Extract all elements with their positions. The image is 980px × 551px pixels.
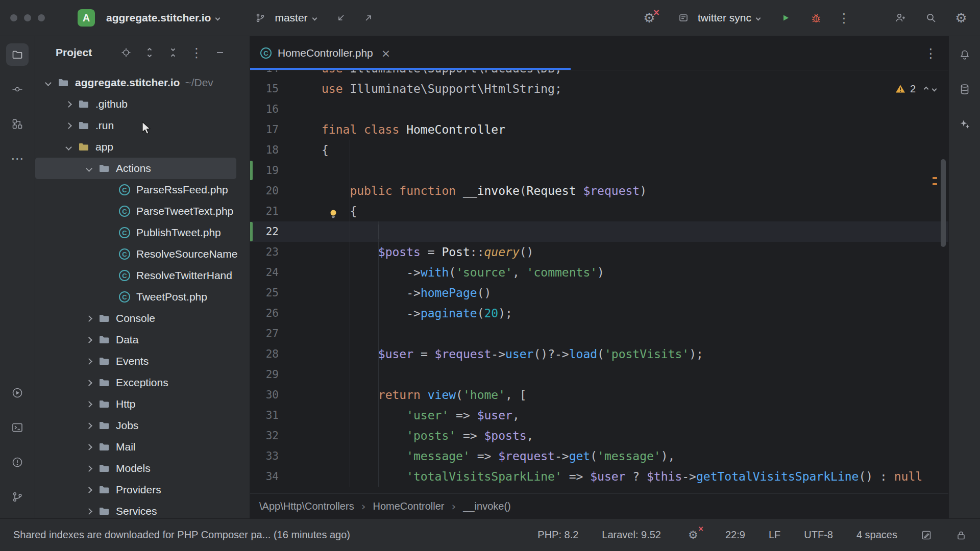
code-text[interactable]: ->with('source', 'comments') <box>322 262 948 283</box>
tree-item-events[interactable]: Events <box>35 350 250 372</box>
code-line-22[interactable]: 22 <box>250 221 948 242</box>
chevron-right-icon[interactable] <box>81 509 96 514</box>
push-commits-icon[interactable] <box>359 9 378 27</box>
gutter[interactable]: 26 <box>250 303 322 323</box>
debug-button[interactable] <box>807 9 825 27</box>
commit-tool-button[interactable] <box>6 78 29 101</box>
code-line-18[interactable]: 18{ <box>250 140 948 160</box>
prev-warning-icon[interactable] <box>924 86 929 91</box>
breadcrumb-item[interactable]: HomeController <box>373 500 444 512</box>
inspection-widget[interactable]: 2 <box>895 79 936 99</box>
hide-panel-icon[interactable] <box>211 43 229 62</box>
version-control-tool-button[interactable] <box>6 486 29 508</box>
tree-item-data[interactable]: Data <box>35 329 250 350</box>
gutter[interactable]: 31 <box>250 405 322 425</box>
code-line-24[interactable]: 24 ->with('source', 'comments') <box>250 262 948 283</box>
run-tool-button[interactable] <box>6 382 29 404</box>
file-encoding[interactable]: UTF-8 <box>804 529 833 541</box>
code-text[interactable]: 'totalVisitsSparkLine' => $user ? $this-… <box>322 466 948 487</box>
gutter[interactable]: 21 <box>250 201 322 221</box>
chevron-down-icon[interactable] <box>81 166 96 171</box>
code-text[interactable]: return view('home', [ <box>322 385 948 405</box>
code-text[interactable]: { <box>322 140 948 160</box>
window-minimize-button[interactable] <box>24 14 31 21</box>
gutter[interactable]: 34 <box>250 466 322 487</box>
code-line-17[interactable]: 17final class HomeController <box>250 119 948 140</box>
tree-item-http[interactable]: Http <box>35 393 250 415</box>
chevron-right-icon[interactable] <box>81 466 96 471</box>
tree-item-services[interactable]: Services <box>35 500 250 518</box>
expand-all-icon[interactable] <box>140 43 159 62</box>
indent-style[interactable]: 4 spaces <box>856 529 897 541</box>
code-text[interactable] <box>322 221 948 242</box>
readonly-lock-icon[interactable] <box>955 530 967 541</box>
code-line-26[interactable]: 26 ->paginate(20); <box>250 303 948 323</box>
tree-item-resolvetwitterhand[interactable]: CResolveTwitterHand <box>35 265 250 286</box>
gutter[interactable]: 27 <box>250 323 322 344</box>
tab-homecontroller[interactable]: C HomeController.php × <box>250 36 401 70</box>
gutter[interactable]: 17 <box>250 119 322 140</box>
gutter[interactable]: 33 <box>250 446 322 466</box>
chevron-right-icon[interactable] <box>81 316 96 321</box>
run-button[interactable] <box>776 9 795 27</box>
code-text[interactable]: $user = $request->user()?->load('postVis… <box>322 344 948 364</box>
window-close-button[interactable] <box>10 14 17 21</box>
php-version[interactable]: PHP: 8.2 <box>537 529 578 541</box>
gutter[interactable]: 16 <box>250 99 322 119</box>
code-text[interactable]: use Illuminate\Support\HtmlString; <box>322 79 948 99</box>
chevron-right-icon[interactable] <box>81 402 96 407</box>
ai-assistant-icon[interactable] <box>953 113 976 135</box>
code-text[interactable]: use Illuminate\Support\Facades\DB; <box>322 70 948 79</box>
code-text[interactable] <box>322 99 948 119</box>
close-tab-icon[interactable]: × <box>381 47 390 60</box>
code-text[interactable]: $posts = Post::query() <box>322 242 948 262</box>
gutter[interactable]: 15 <box>250 79 322 99</box>
tree-item-mail[interactable]: Mail <box>35 436 250 458</box>
vcs-branch-widget[interactable]: master <box>247 6 320 30</box>
update-project-icon[interactable] <box>332 9 350 27</box>
code-line-29[interactable]: 29 <box>250 364 948 385</box>
gutter[interactable]: 29 <box>250 364 322 385</box>
caret-position[interactable]: 22:9 <box>725 529 745 541</box>
terminal-tool-button[interactable] <box>6 416 29 439</box>
code-line-34[interactable]: 34 'totalVisitsSparkLine' => $user ? $th… <box>250 466 948 487</box>
code-text[interactable] <box>322 160 948 181</box>
settings-icon[interactable]: ⚙ <box>952 9 970 27</box>
project-tool-button[interactable] <box>6 43 29 66</box>
more-tool-windows-icon[interactable]: ⋯ <box>6 147 29 170</box>
chevron-right-icon[interactable] <box>61 123 76 128</box>
panel-options-icon[interactable]: ⋮ <box>187 43 206 62</box>
chevron-right-icon[interactable] <box>81 423 96 428</box>
code-editor[interactable]: 14use Illuminate\Support\Facades\DB;15us… <box>250 70 948 493</box>
code-text[interactable] <box>322 364 948 385</box>
code-line-23[interactable]: 23 $posts = Post::query() <box>250 242 948 262</box>
next-warning-icon[interactable] <box>932 86 937 91</box>
window-zoom-button[interactable] <box>38 14 45 21</box>
settings-sync-error-icon[interactable]: ⚙× <box>684 527 702 544</box>
database-tool-button[interactable] <box>953 78 976 101</box>
gutter[interactable]: 30 <box>250 385 322 405</box>
code-line-25[interactable]: 25 ->homePage() <box>250 283 948 303</box>
search-everywhere-icon[interactable] <box>922 9 940 27</box>
breadcrumb-item[interactable]: \App\Http\Controllers <box>259 500 354 512</box>
code-line-27[interactable]: 27 <box>250 323 948 344</box>
gutter[interactable]: 19 <box>250 160 322 181</box>
tree-item-console[interactable]: Console <box>35 308 250 329</box>
code-text[interactable] <box>322 323 948 344</box>
gutter[interactable]: 28 <box>250 344 322 364</box>
code-text[interactable]: 'user' => $user, <box>322 405 948 425</box>
chevron-right-icon[interactable] <box>81 488 96 492</box>
gutter[interactable]: 25 <box>250 283 322 303</box>
status-message[interactable]: Shared indexes are downloaded for PHP Co… <box>13 529 350 541</box>
code-line-20[interactable]: 20 public function __invoke(Request $req… <box>250 181 948 201</box>
code-text[interactable]: { <box>322 201 948 221</box>
gutter[interactable]: 20 <box>250 181 322 201</box>
warning-stripe-mark[interactable] <box>933 183 937 185</box>
chevron-right-icon[interactable] <box>61 102 76 107</box>
editor-scrollbar[interactable] <box>941 159 946 247</box>
chevron-down-icon[interactable] <box>61 145 76 149</box>
breadcrumb-item[interactable]: __invoke() <box>463 500 510 512</box>
code-line-30[interactable]: 30 return view('home', [ <box>250 385 948 405</box>
code-line-16[interactable]: 16 <box>250 99 948 119</box>
tree-item-resolvesourcename[interactable]: CResolveSourceName <box>35 243 250 265</box>
